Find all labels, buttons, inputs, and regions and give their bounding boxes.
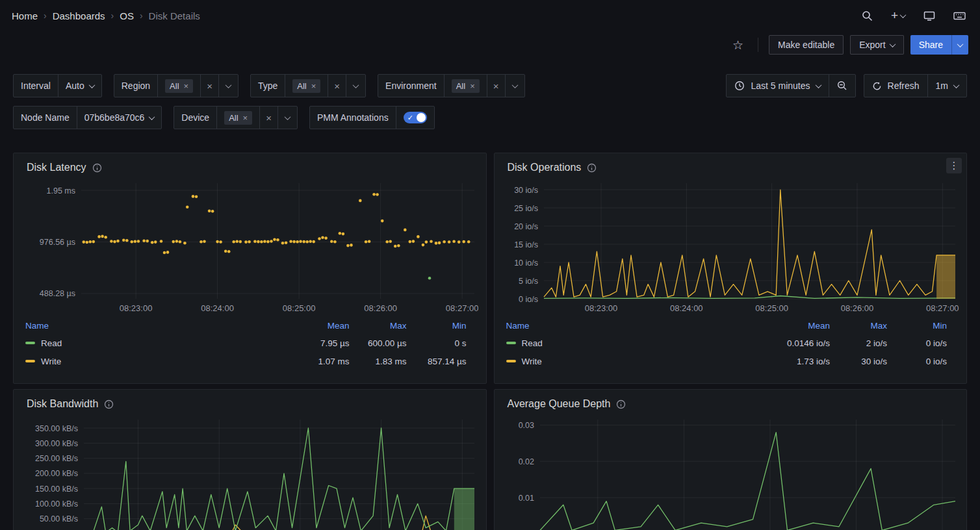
- panel-title[interactable]: Average Queue Depth: [508, 398, 611, 410]
- filter-type-label: Type: [251, 75, 285, 97]
- average-queue-depth-chart[interactable]: 0.030.020.0108:23:0008:24:0008:25:0008:2…: [502, 414, 959, 530]
- legend-header-min[interactable]: Min: [407, 321, 467, 331]
- zoom-out-icon: [837, 81, 847, 91]
- share-button[interactable]: Share: [910, 35, 951, 55]
- grafana-dashboard: Home › Dashboards › OS › Disk Details +: [0, 0, 980, 530]
- panel-title[interactable]: Disk Latency: [27, 162, 86, 173]
- panel-menu-button[interactable]: ⋮: [946, 158, 962, 173]
- export-button[interactable]: Export: [850, 35, 903, 55]
- legend-max-value: 600.00 µs: [350, 338, 407, 348]
- keyboard-icon[interactable]: [951, 8, 968, 23]
- breadcrumb-home[interactable]: Home: [12, 10, 38, 21]
- chevron-down-icon: [957, 41, 964, 47]
- legend-series-read[interactable]: Read: [506, 338, 759, 348]
- info-icon[interactable]: [587, 163, 597, 173]
- time-picker-group: Last 5 minutes: [726, 74, 855, 97]
- filter-type-dropdown[interactable]: [346, 75, 365, 97]
- zoom-out-button[interactable]: [829, 75, 855, 97]
- share-dropdown-button[interactable]: [951, 35, 968, 55]
- series-swatch: [506, 342, 516, 344]
- top-nav: Home › Dashboards › OS › Disk Details +: [0, 0, 980, 31]
- legend-series-write[interactable]: Write: [506, 357, 759, 366]
- svg-text:20 io/s: 20 io/s: [514, 222, 538, 231]
- legend-row-write: Write 1.73 io/s 30 io/s 0 io/s: [506, 352, 955, 370]
- filter-type-clear[interactable]: ×: [328, 75, 346, 97]
- filter-device-clear[interactable]: ×: [259, 107, 277, 129]
- time-range-picker[interactable]: Last 5 minutes: [727, 75, 828, 97]
- pmm-annotations-toggle[interactable]: ✓: [404, 112, 427, 123]
- legend-min-value: 0 io/s: [887, 357, 947, 366]
- dashboard-toolbar: ☆ Make editable Export Share: [0, 31, 980, 58]
- star-icon[interactable]: ☆: [729, 38, 747, 53]
- legend-header-max[interactable]: Max: [830, 321, 887, 331]
- breadcrumb-os[interactable]: OS: [120, 10, 134, 21]
- refresh-button[interactable]: Refresh: [864, 75, 927, 97]
- filter-node-name-value[interactable]: 07b6be8a70c6: [77, 107, 162, 129]
- panel-average-queue-depth: Average Queue Depth 0.030.020.0108:23:00…: [494, 389, 968, 530]
- filter-environment-dropdown[interactable]: [505, 75, 524, 97]
- search-icon[interactable]: [859, 8, 875, 24]
- check-icon: ✓: [407, 113, 413, 122]
- close-icon[interactable]: ×: [470, 81, 475, 91]
- svg-text:08:23:00: 08:23:00: [120, 303, 153, 313]
- legend-mean-value: 1.73 io/s: [758, 357, 830, 366]
- legend-header-name[interactable]: Name: [506, 321, 759, 331]
- svg-text:08:26:00: 08:26:00: [840, 303, 873, 313]
- legend-mean-value: 7.95 µs: [278, 338, 350, 348]
- breadcrumb-dashboards[interactable]: Dashboards: [53, 10, 105, 21]
- filter-environment-clear[interactable]: ×: [487, 75, 505, 97]
- filter-region-dropdown[interactable]: [218, 75, 238, 97]
- close-icon[interactable]: ×: [243, 113, 248, 123]
- close-icon[interactable]: ×: [311, 81, 316, 91]
- legend-series-read[interactable]: Read: [25, 338, 278, 348]
- disk-operations-chart[interactable]: 30 io/s25 io/s20 io/s15 io/s10 io/s5 io/…: [502, 178, 959, 316]
- legend-header-min[interactable]: Min: [887, 321, 947, 331]
- info-icon[interactable]: [104, 399, 114, 409]
- filter-device-label: Device: [174, 107, 216, 129]
- series-swatch: [25, 342, 35, 344]
- legend-header-name[interactable]: Name: [25, 321, 278, 331]
- monitor-icon[interactable]: [921, 8, 938, 24]
- svg-text:50.00 kB/s: 50.00 kB/s: [40, 514, 78, 524]
- chevron-down-icon: [285, 114, 291, 120]
- series-swatch: [25, 360, 35, 362]
- legend-header-max[interactable]: Max: [350, 321, 407, 331]
- close-icon[interactable]: ×: [184, 81, 189, 91]
- breadcrumb-separator: ›: [140, 10, 143, 21]
- info-icon[interactable]: [92, 163, 102, 173]
- filter-node-name: Node Name 07b6be8a70c6: [13, 106, 162, 129]
- legend-header-mean[interactable]: Mean: [278, 321, 350, 331]
- filter-region-clear[interactable]: ×: [200, 75, 218, 97]
- filter-environment-chip[interactable]: All ×: [452, 79, 480, 93]
- svg-text:30 io/s: 30 io/s: [514, 186, 538, 195]
- disk-bandwidth-chart[interactable]: 350.00 kB/s300.00 kB/s250.00 kB/s200.00 …: [21, 414, 478, 530]
- filter-interval-value[interactable]: Auto: [58, 75, 101, 97]
- make-editable-button[interactable]: Make editable: [769, 35, 844, 55]
- disk-latency-chart[interactable]: 1.95 ms976.56 µs488.28 µs08:23:0008:24:0…: [21, 178, 478, 316]
- svg-text:25 io/s: 25 io/s: [514, 204, 538, 213]
- filter-pmm-annotations: PMM Annotations ✓: [309, 106, 435, 129]
- panel-disk-bandwidth: Disk Bandwidth 350.00 kB/s300.00 kB/s250…: [13, 389, 487, 530]
- panel-title[interactable]: Disk Operations: [508, 162, 582, 173]
- filter-region-chip[interactable]: All ×: [165, 79, 193, 93]
- filter-environment-label: Environment: [378, 75, 444, 97]
- filter-device-dropdown[interactable]: [277, 107, 297, 129]
- clock-icon: [734, 81, 745, 91]
- legend-series-write[interactable]: Write: [25, 357, 278, 366]
- refresh-icon: [872, 81, 882, 91]
- info-icon[interactable]: [616, 399, 626, 409]
- breadcrumb-current-page: Disk Details: [149, 10, 200, 21]
- add-new-icon[interactable]: +: [888, 8, 908, 23]
- svg-text:15 io/s: 15 io/s: [514, 240, 538, 249]
- legend-max-value: 2 io/s: [830, 338, 887, 348]
- panel-title[interactable]: Disk Bandwidth: [27, 398, 98, 410]
- filter-type-chip[interactable]: All ×: [292, 79, 320, 93]
- svg-text:0 io/s: 0 io/s: [519, 295, 538, 304]
- filter-device-chip[interactable]: All ×: [224, 111, 252, 125]
- refresh-interval-dropdown[interactable]: 1m: [927, 75, 966, 97]
- legend-header-mean[interactable]: Mean: [758, 321, 830, 331]
- filter-region: Region All × ×: [114, 74, 239, 97]
- svg-text:08:24:00: 08:24:00: [201, 303, 234, 313]
- svg-text:300.00 kB/s: 300.00 kB/s: [35, 439, 78, 448]
- filter-type: Type All × ×: [250, 74, 366, 97]
